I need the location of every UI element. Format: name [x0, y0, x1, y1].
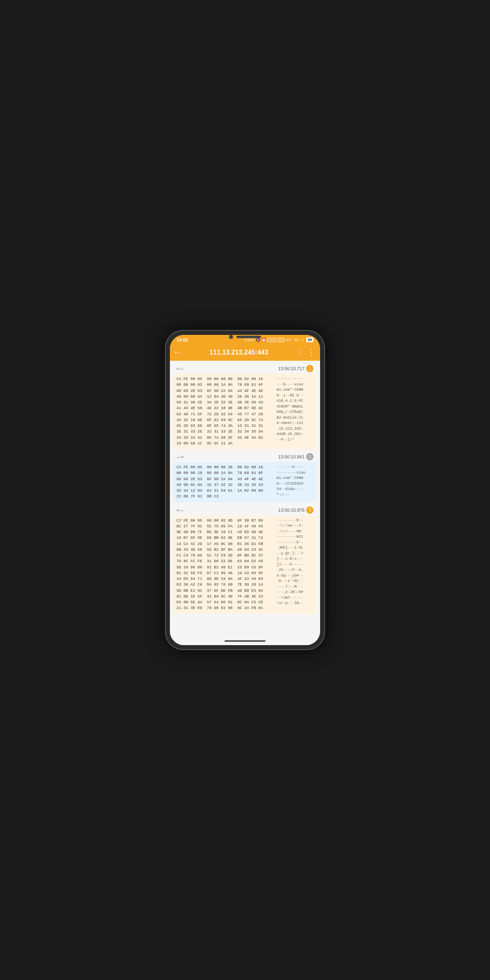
- signal-3g: 3G: [294, 338, 299, 342]
- ascii-data: ·········0·· ·'□·\ue···I· ··□·>····mN ··…: [277, 518, 314, 611]
- packet-block: <---13:56:10.9763C2 FE 00 05 00 00 02 0D…: [173, 505, 317, 614]
- packet-number: 3: [306, 506, 314, 514]
- packet-time-wrap: 13:56:10.8412: [278, 453, 314, 460]
- phone-screen: 14:02 0.0K/s 🔇 ⏰ VPN HD 4G⁺ 3G ⚡ 89 ← 11…: [170, 335, 320, 645]
- hd-label: HD: [277, 338, 285, 342]
- packet-time: 13:56:10.841: [278, 454, 305, 459]
- packet-time: 13:56:10.976: [278, 508, 305, 513]
- packet-body: C2 FE 00 05 00 00 02 0D 8F 30 B7 89 DC 2…: [173, 515, 317, 614]
- packet-number: 1: [306, 365, 314, 372]
- ascii-data: ·······6···· ·········xiao mi.com*·CONN …: [277, 465, 314, 500]
- back-button[interactable]: ←: [175, 348, 180, 357]
- ascii-data: ············ ···b····xiao mi.com*·CONN H…: [277, 376, 314, 446]
- packet-direction: <---: [176, 366, 183, 371]
- charging-icon: ⚡: [300, 338, 305, 342]
- toolbar-title: 111.13.213.245:443: [184, 349, 294, 356]
- phone-frame: 14:02 0.0K/s 🔇 ⏰ VPN HD 4G⁺ 3G ⚡ 89 ← 11…: [165, 330, 325, 650]
- status-time: 14:02: [176, 337, 188, 342]
- packet-time-wrap: 13:56:10.7171: [278, 365, 314, 372]
- favorite-button[interactable]: ♡: [298, 347, 303, 357]
- packet-block: <---13:56:10.7171C2 FE 00 05 00 00 00 80…: [173, 363, 317, 449]
- packet-time-wrap: 13:56:10.9763: [278, 506, 314, 514]
- packet-block: --->13:56:10.8412C2 FE 00 05 00 00 00 36…: [173, 451, 317, 502]
- packet-time: 13:56:10.717: [278, 366, 305, 371]
- vpn-label: VPN: [267, 338, 276, 342]
- packet-body: C2 FE 00 05 00 00 00 36 00 02 00 16 00 0…: [173, 462, 317, 502]
- toolbar: ← 111.13.213.245:443 ♡ ⋮: [170, 344, 320, 361]
- more-button[interactable]: ⋮: [307, 347, 315, 357]
- packet-body: C2 FE 00 05 00 00 00 80 00 02 00 16 00 0…: [173, 374, 317, 449]
- packet-header: <---13:56:10.9763: [173, 505, 317, 515]
- packet-header: <---13:56:10.7171: [173, 363, 317, 374]
- packet-direction: --->: [176, 454, 183, 459]
- battery: 89: [306, 337, 314, 342]
- hex-data: C2 FE 00 05 00 00 02 0D 8F 30 B7 89 DC 2…: [176, 518, 273, 611]
- camera: [229, 335, 233, 339]
- bottom-bar: [224, 640, 266, 642]
- hex-data: C2 FE 00 05 00 00 00 36 00 02 00 16 00 0…: [176, 465, 273, 500]
- alarm-icon: ⏰: [261, 338, 266, 342]
- packet-direction: <---: [176, 508, 183, 513]
- signal-4g: 4G⁺: [286, 338, 293, 342]
- content-area[interactable]: <---13:56:10.7171C2 FE 00 05 00 00 00 80…: [170, 361, 320, 645]
- packet-number: 2: [306, 453, 314, 460]
- hex-data: C2 FE 00 05 00 00 00 80 00 02 00 16 00 0…: [176, 376, 273, 446]
- packet-header: --->13:56:10.8412: [173, 451, 317, 462]
- speaker: [236, 336, 261, 338]
